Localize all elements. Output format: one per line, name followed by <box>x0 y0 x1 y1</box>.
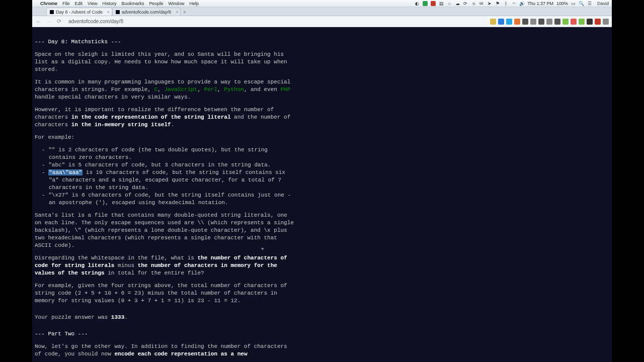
tray-icon[interactable]: ⚑ <box>495 1 500 6</box>
user-name[interactable]: David <box>597 1 609 6</box>
paragraph: Disregarding the whitespace in the file,… <box>35 254 296 277</box>
extension-icon[interactable] <box>522 19 528 25</box>
emphasis: encode each code representation as a new <box>114 351 247 357</box>
extension-icon[interactable] <box>595 19 601 25</box>
menubar-tray: ◐ ▤ ⌂ ☁ ⟳ ⎋ ✉ ➤ ⚑ ᛒ ⌔ 🔊 Thu 1:37 PM 100%… <box>415 1 609 6</box>
page-content[interactable]: --- Day 8: Matchsticks --- Space on the … <box>32 27 612 362</box>
text: in total for the entire file? <box>105 270 204 276</box>
text: minus <box>114 262 137 268</box>
emphasis: in the code representation of the string… <box>71 114 231 120</box>
extension-icon[interactable] <box>538 19 544 25</box>
list-item: "\x27" is 6 characters of code, but the … <box>35 192 296 207</box>
menu-history[interactable]: History <box>102 1 116 6</box>
tray-icon[interactable]: ◐ <box>415 1 420 6</box>
tab-close-icon[interactable]: × <box>107 10 110 15</box>
browser-tab[interactable]: adventofcode.com/day/8 × <box>112 8 181 16</box>
tray-icon[interactable]: ▤ <box>439 1 444 6</box>
menu-help[interactable]: Help <box>189 1 199 6</box>
extension-icon[interactable] <box>587 19 593 25</box>
tray-icon[interactable] <box>431 1 436 6</box>
puzzle-answer: 1333 <box>111 314 124 320</box>
paragraph: Santa's list is a file that contains man… <box>35 212 296 249</box>
spotlight-icon[interactable]: 🔍 <box>579 1 584 6</box>
mac-menubar: Chrome File Edit View History Bookmarks … <box>32 0 612 7</box>
tab-close-icon[interactable]: × <box>176 10 178 15</box>
extension-icon[interactable] <box>579 19 585 25</box>
text: Your puzzle answer was <box>35 314 111 320</box>
tray-icon[interactable]: ⎋ <box>471 1 476 6</box>
tray-icon[interactable]: ☁ <box>455 1 460 6</box>
extension-icon[interactable] <box>498 19 504 25</box>
extension-icon[interactable] <box>603 19 609 25</box>
example-list: "" is 2 characters of code (the two doub… <box>35 146 296 207</box>
extension-icon[interactable] <box>562 19 569 25</box>
text: Disregarding the whitespace in the file,… <box>35 255 197 261</box>
text: . <box>124 314 128 320</box>
new-tab-button[interactable]: ＋ <box>181 9 189 16</box>
paragraph: For example: <box>35 134 296 141</box>
menu-window[interactable]: Window <box>168 1 184 6</box>
tray-icon[interactable]: ⟳ <box>463 1 468 6</box>
notifications-icon[interactable]: ☰ <box>587 1 592 6</box>
text: , and even <box>244 86 281 93</box>
extension-icon[interactable] <box>546 19 552 25</box>
extension-icon[interactable] <box>554 19 560 25</box>
text: , <box>157 86 164 93</box>
list-item: "abc" is 5 characters of code, but 3 cha… <box>35 161 296 169</box>
favicon-icon <box>50 10 54 14</box>
link-python[interactable]: Python <box>224 86 244 93</box>
tray-icon[interactable]: ✉ <box>479 1 484 6</box>
tab-title: Day 8 - Advent of Code <box>56 10 103 15</box>
link-perl[interactable]: Perl <box>204 86 217 93</box>
paragraph: For example, given the four strings abov… <box>35 282 296 305</box>
menu-people[interactable]: People <box>149 1 163 6</box>
menu-file[interactable]: File <box>62 1 70 6</box>
battery-text[interactable]: 100% <box>556 1 568 6</box>
page-title: --- Day 8: Matchsticks --- <box>35 38 296 46</box>
letterbox-right <box>612 0 644 362</box>
mouse-cursor-icon: ⌖ <box>261 246 264 252</box>
selected-text: "aaa\"aaa" <box>48 169 83 175</box>
tab-strip: Day 8 - Advent of Code × adventofcode.co… <box>32 7 612 16</box>
extension-icons <box>490 19 609 25</box>
active-app-name[interactable]: Chrome <box>40 1 57 6</box>
address-bar[interactable]: adventofcode.com/day/8 <box>65 18 126 25</box>
text: , <box>197 86 204 93</box>
menu-view[interactable]: View <box>88 1 97 6</box>
browser-tab[interactable]: Day 8 - Advent of Code × <box>46 8 112 16</box>
part-two-title: --- Part Two --- <box>35 330 296 338</box>
extension-icon[interactable] <box>490 19 496 25</box>
wifi-icon[interactable]: ⌔ <box>511 1 516 6</box>
extension-icon[interactable] <box>571 19 577 25</box>
reload-button[interactable]: ⟳ <box>55 18 62 25</box>
text: is 10 characters of code, but the string… <box>49 169 285 191</box>
paragraph: It is common in many programming languag… <box>35 78 296 101</box>
paragraph: Space on the sleigh is limited this year… <box>35 51 296 73</box>
forward-button[interactable]: → <box>45 19 52 25</box>
tray-icon[interactable]: ➤ <box>487 1 492 6</box>
volume-icon[interactable]: 🔊 <box>519 1 524 6</box>
extension-icon[interactable] <box>506 19 512 25</box>
letterbox-left <box>0 0 32 362</box>
article: --- Day 8: Matchsticks --- Space on the … <box>35 38 296 358</box>
paragraph: However, it is important to realize the … <box>35 106 296 129</box>
extension-icon[interactable] <box>530 19 536 25</box>
battery-icon[interactable]: ▭ <box>571 1 576 6</box>
back-button[interactable]: ← <box>35 19 42 25</box>
tray-icon[interactable] <box>423 1 428 6</box>
list-item: "" is 2 characters of code (the two doub… <box>35 146 296 161</box>
clock[interactable]: Thu 1:37 PM <box>527 1 553 6</box>
menu-bookmarks[interactable]: Bookmarks <box>121 1 144 6</box>
link-php[interactable]: PHP <box>281 86 291 93</box>
bluetooth-icon[interactable]: ᛒ <box>503 1 508 6</box>
text: . <box>171 122 175 128</box>
tray-icon[interactable]: ⌂ <box>447 1 452 6</box>
list-item: "aaa\"aaa" is 10 characters of code, but… <box>35 169 296 192</box>
favicon-icon <box>116 10 120 14</box>
extension-icon[interactable] <box>514 19 520 25</box>
answer-line: Your puzzle answer was 1333. <box>35 314 296 321</box>
menu-edit[interactable]: Edit <box>75 1 83 6</box>
text: handle special characters in very simila… <box>35 94 191 100</box>
emphasis: in the in-memory string itself <box>71 122 171 128</box>
link-javascript[interactable]: JavaScript <box>164 86 197 93</box>
